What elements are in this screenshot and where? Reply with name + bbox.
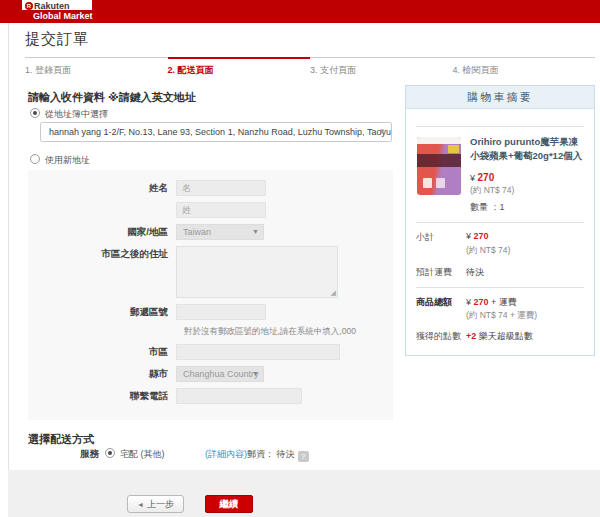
address-dropdown-value: hannah yang 1-2/F, No.13, Lane 93, Secti… (49, 127, 392, 137)
continue-button[interactable]: 繼續 (205, 495, 253, 513)
phone-input[interactable] (176, 388, 302, 404)
address-form-panel: 姓名 國家/地區 Taiwan ▼ 市區之後的住址 ◢ 郵遞區號 對於沒有郵政區… (28, 170, 393, 420)
product-image[interactable] (416, 135, 462, 197)
radio-new-address-label: 使用新地址 (45, 155, 90, 165)
product-price-nt: (約 NT$ 74) (470, 185, 584, 197)
points-label: 獲得的點數 (416, 330, 466, 343)
qty-value: 1 (500, 202, 505, 212)
page-title: 提交訂單 (25, 30, 89, 49)
currency-sign: ¥ (466, 231, 471, 241)
back-button-label: 上一步 (147, 499, 174, 509)
total-nt: (約 NT$ 74 + 運費) (466, 310, 584, 322)
country-select-value: Taiwan (183, 227, 211, 237)
step-review: 4. 檢閱頁面 (453, 57, 596, 77)
street-address-textarea[interactable]: ◢ (176, 246, 338, 298)
total-value: ¥ 270 + 運費 (466, 296, 584, 309)
radio-addressbook-icon[interactable] (30, 108, 40, 118)
currency-sign: ¥ (466, 297, 471, 307)
subtotal-amount: 270 (474, 231, 489, 241)
subtotal-nt: (約 NT$ 74) (466, 245, 584, 257)
package-cup (436, 178, 445, 188)
first-name-input[interactable] (176, 180, 266, 196)
qty-label: 數量 ： (470, 202, 500, 212)
points-row: 獲得的點數 +2 樂天超級點數 (416, 330, 584, 343)
postage-value: 待決 (277, 449, 295, 459)
step-login: 1. 登錄頁面 (25, 57, 168, 77)
step-shipping: 2. 配送頁面 (168, 57, 311, 77)
county-select-value: Changhua Country (183, 369, 259, 379)
postage-label: 郵資： (247, 449, 274, 459)
subtotal-label: 小計 (416, 231, 466, 244)
chevron-down-icon: ▼ (252, 367, 259, 381)
price-amount: 270 (478, 172, 495, 183)
service-radio-icon[interactable] (105, 448, 115, 458)
name-label: 姓名 (28, 180, 176, 196)
points-suffix: 樂天超級點數 (479, 331, 533, 341)
back-button[interactable]: ◄上一步 (127, 495, 184, 513)
total-label: 商品總額 (416, 296, 466, 309)
shipping-detail-row: (詳細內容)郵資： 待決? (205, 448, 309, 462)
footer-band (8, 470, 600, 517)
recipient-heading: 請輸入收件資料 ※請鍵入英文地址 (28, 90, 196, 105)
product-price: ¥ 270 (470, 172, 584, 183)
divider (416, 126, 584, 127)
points-amount: +2 (466, 331, 476, 341)
package-cup (423, 178, 432, 188)
back-arrow-icon: ◄ (137, 501, 144, 508)
resize-handle-icon[interactable]: ◢ (331, 289, 336, 297)
page-edge-divider (8, 23, 9, 517)
est-shipping-row: 預計運費 待決 (416, 266, 584, 279)
radio-new-address-icon[interactable] (30, 154, 40, 164)
header-bar: RRakuten Global Market (0, 0, 600, 23)
points-value: +2 樂天超級點數 (466, 330, 584, 343)
radio-addressbook[interactable]: 從地址簿中選擇 (30, 108, 108, 121)
service-label: 服務 (80, 448, 99, 461)
cart-summary-body: Orihiro purunto魔芋果凍小袋蘋果+葡萄20g*12個入 ¥ 270… (406, 109, 594, 355)
county-select[interactable]: Changhua Country ▼ (176, 366, 264, 382)
product-title[interactable]: Orihiro purunto魔芋果凍小袋蘋果+葡萄20g*12個入 (470, 135, 584, 163)
name-label-spacer (28, 202, 176, 218)
checkout-steps: 1. 登錄頁面 2. 配送頁面 3. 支付頁面 4. 檢閱頁面 (25, 57, 595, 77)
chevron-down-icon: ▼ (252, 225, 259, 239)
divider (416, 222, 584, 223)
radio-addressbook-label: 從地址簿中選擇 (45, 109, 108, 119)
zip-label: 郵遞區號 (28, 304, 176, 320)
package-top-strip (417, 137, 461, 144)
est-shipping-value: 待決 (466, 266, 584, 279)
shipping-heading: 選擇配送方式 (28, 432, 94, 447)
zip-note: 對於沒有郵政區號的地址,請在系統中填入,000 (184, 326, 393, 338)
total-amount: 270 (474, 297, 489, 307)
service-option[interactable]: 宅配 (其他) (105, 448, 165, 461)
address-dropdown[interactable]: hannah yang 1-2/F, No.13, Lane 93, Secti… (40, 122, 392, 142)
cart-item: Orihiro purunto魔芋果凍小袋蘋果+葡萄20g*12個入 ¥ 270… (416, 135, 584, 214)
radio-new-address[interactable]: 使用新地址 (30, 154, 90, 167)
brand-top-label: Rakuten (34, 1, 70, 10)
street-address-label: 市區之後的住址 (28, 246, 176, 298)
service-option-label: 宅配 (其他) (120, 449, 165, 459)
zip-input[interactable] (176, 304, 266, 320)
rakuten-logo[interactable]: RRakuten (22, 0, 92, 10)
subtotal-value: ¥ 270 (466, 231, 584, 244)
cart-summary-panel: 購物車摘要 Orihiro purunto魔芋果凍小袋蘋果+葡萄20g*12個入… (405, 85, 595, 356)
rakuten-mark-icon: R (25, 2, 33, 10)
cart-item-info: Orihiro purunto魔芋果凍小袋蘋果+葡萄20g*12個入 ¥ 270… (470, 135, 584, 214)
cart-summary-title: 購物車摘要 (406, 86, 594, 109)
est-shipping-label: 預計運費 (416, 266, 466, 279)
last-name-input[interactable] (176, 202, 266, 218)
package-badge (448, 145, 459, 153)
help-icon[interactable]: ? (298, 451, 309, 462)
country-select[interactable]: Taiwan ▼ (176, 224, 264, 240)
country-label: 國家/地區 (28, 224, 176, 240)
city-input[interactable] (176, 344, 340, 360)
city-label: 市區 (28, 344, 176, 360)
checkout-page: RRakuten Global Market 提交訂單 1. 登錄頁面 2. 配… (0, 0, 600, 517)
detail-link[interactable]: (詳細內容) (205, 449, 247, 459)
product-qty: 數量 ：1 (470, 201, 584, 214)
currency-sign: ¥ (470, 173, 475, 183)
package-dark-band (417, 154, 461, 167)
step-payment: 3. 支付頁面 (310, 57, 453, 77)
total-suffix: + 運費 (491, 297, 517, 307)
divider (416, 287, 584, 288)
phone-label: 聯繫電話 (28, 388, 176, 404)
total-row: 商品總額 ¥ 270 + 運費 (416, 296, 584, 309)
